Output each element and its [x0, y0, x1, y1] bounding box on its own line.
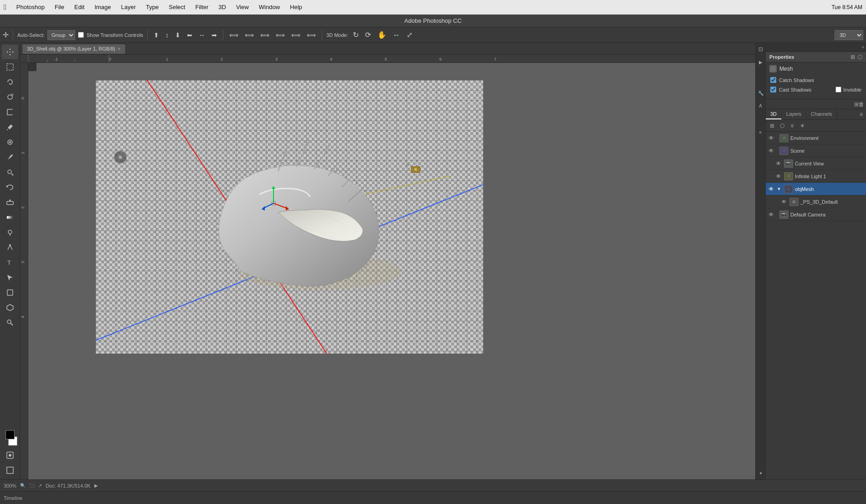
tool-lasso[interactable]: [2, 75, 18, 89]
properties-cube-icon[interactable]: ⬡: [858, 54, 862, 60]
layer-item-objmesh[interactable]: 👁 ▼ ⬡ objMesh: [766, 183, 866, 195]
tool-brush[interactable]: [2, 150, 18, 165]
menu-window[interactable]: Window: [257, 3, 282, 11]
props-icon-layers[interactable]: ⊡: [756, 45, 765, 54]
tool-crop[interactable]: [2, 105, 18, 119]
invisible-checkbox[interactable]: [835, 87, 841, 93]
align-top-btn[interactable]: ⬆: [152, 31, 161, 40]
3d-scale-btn[interactable]: ⤢: [405, 30, 414, 40]
tool-3d[interactable]: [2, 300, 18, 315]
tool-move[interactable]: [2, 45, 18, 59]
props-icon-actions[interactable]: ✦: [756, 468, 765, 478]
layer-eye-current-view[interactable]: 👁: [775, 160, 782, 167]
menu-edit[interactable]: Edit: [72, 3, 86, 11]
3d-rotate-btn[interactable]: ↻: [351, 30, 361, 40]
tab-channels[interactable]: Channels: [806, 109, 837, 119]
forward-btn[interactable]: ▶: [94, 483, 98, 488]
tool-eraser[interactable]: [2, 195, 18, 210]
layer-eye-environment[interactable]: 👁: [768, 135, 775, 141]
canvas-container[interactable]: ⌖ ⊞ ✳: [28, 63, 755, 479]
menu-view[interactable]: View: [234, 3, 251, 11]
3d-slide-btn[interactable]: ↔: [391, 30, 402, 40]
layer-item-ps3d-default[interactable]: 👁 ▦ _PS_3D_Default: [766, 195, 866, 208]
props-icon-para[interactable]: ≡: [756, 128, 765, 137]
tool-quick-mask[interactable]: [2, 448, 18, 463]
menu-type[interactable]: Type: [144, 3, 160, 11]
menu-file[interactable]: File: [53, 3, 66, 11]
tool-zoom[interactable]: [2, 315, 18, 330]
tool-screen-mode[interactable]: [2, 463, 18, 478]
layer-tool-cube[interactable]: ⬡: [778, 121, 787, 130]
menu-layer[interactable]: Layer: [119, 3, 138, 11]
apple-menu[interactable]: : [4, 3, 6, 11]
align-bottom-btn[interactable]: ⬇: [173, 31, 182, 40]
layer-tool-light[interactable]: ☀: [798, 121, 807, 130]
layer-eye-scene[interactable]: 👁: [768, 148, 775, 154]
dist-top-btn[interactable]: ⟺: [227, 31, 240, 40]
tool-dodge[interactable]: [2, 225, 18, 240]
menu-image[interactable]: Image: [93, 3, 113, 11]
tool-shape[interactable]: [2, 285, 18, 300]
tool-history-brush[interactable]: [2, 180, 18, 195]
menu-photoshop[interactable]: Photoshop: [15, 3, 46, 11]
canvas-document[interactable]: ⌖ ⊞ ✳: [96, 80, 483, 354]
align-right-btn[interactable]: ➡: [210, 31, 219, 40]
properties-collapse-btn[interactable]: «: [861, 45, 864, 50]
menu-select[interactable]: Select: [167, 3, 187, 11]
layer-item-scene[interactable]: 👁 ⬡ Scene: [766, 144, 866, 157]
props-icon-info[interactable]: 🔧: [756, 88, 765, 98]
layer-eye-default-camera[interactable]: 👁: [768, 211, 775, 218]
panel-delete-icon[interactable]: 🗑: [859, 101, 864, 108]
panel-menu-btn[interactable]: ≡: [858, 111, 864, 118]
dist-v-btn[interactable]: ⟺: [305, 31, 318, 40]
tool-gradient[interactable]: [2, 210, 18, 225]
props-icon-adjustments[interactable]: ▶: [756, 57, 765, 67]
dist-h-btn[interactable]: ⟺: [289, 31, 302, 40]
properties-box-icon[interactable]: ⊞: [851, 54, 855, 60]
layer-tool-layers[interactable]: ≡: [788, 121, 797, 130]
3d-roll-btn[interactable]: ⟳: [363, 30, 373, 40]
layer-item-default-camera[interactable]: 👁 📷 Default Camera: [766, 208, 866, 221]
3d-mode-select[interactable]: 3D: [835, 30, 863, 40]
tool-clone[interactable]: [2, 165, 18, 180]
tool-select-rect[interactable]: [2, 60, 18, 74]
panel-add-icon[interactable]: ⊞: [854, 101, 859, 108]
tool-text[interactable]: T: [2, 255, 18, 270]
menu-help[interactable]: Help: [288, 3, 304, 11]
layer-expand-objmesh[interactable]: ▼: [777, 186, 781, 191]
layer-eye-ps3d-default[interactable]: 👁: [780, 199, 788, 205]
tool-heal[interactable]: [2, 135, 18, 149]
tab-close-btn[interactable]: ✕: [117, 46, 121, 51]
layer-item-infinite-light1[interactable]: 👁 ☀ Infinite Light 1: [766, 170, 866, 183]
document-tab[interactable]: 3D_Shell.obj @ 300% (Layer 1, RGB/8) ✕: [22, 44, 126, 54]
show-transform-checkbox[interactable]: [78, 32, 84, 38]
align-mid-h-btn[interactable]: ↔: [197, 31, 207, 40]
timeline-label[interactable]: Timeline: [4, 495, 22, 501]
align-mid-v-btn[interactable]: ↕: [164, 31, 170, 40]
dist-bottom-btn[interactable]: ⟺: [243, 31, 256, 40]
layer-eye-infinite-light1[interactable]: 👁: [775, 173, 782, 180]
tool-quick-select[interactable]: [2, 90, 18, 104]
tab-layers[interactable]: Layers: [782, 109, 806, 119]
align-left-btn[interactable]: ⬅: [185, 31, 194, 40]
auto-select-dropdown[interactable]: Group Layer: [47, 30, 75, 40]
layer-eye-objmesh[interactable]: 👁: [768, 186, 775, 192]
tool-pen[interactable]: [2, 240, 18, 255]
layer-item-environment[interactable]: 👁 ⊛ Environment: [766, 132, 866, 144]
dist-left-btn[interactable]: ⟺: [258, 31, 271, 40]
properties-collapse-bar[interactable]: «: [766, 43, 866, 52]
tool-path-select[interactable]: [2, 270, 18, 285]
layer-item-current-view[interactable]: 👁 📷 Current View: [766, 157, 866, 170]
3d-pan-btn[interactable]: ✋: [376, 30, 388, 40]
catch-shadows-checkbox[interactable]: [770, 77, 776, 83]
tool-eyedropper[interactable]: [2, 120, 18, 134]
menu-filter[interactable]: Filter: [193, 3, 210, 11]
dist-right-btn[interactable]: ⟺: [274, 31, 287, 40]
compass-icon[interactable]: ✳: [114, 151, 127, 164]
foreground-color[interactable]: [5, 430, 15, 439]
layer-tool-grid[interactable]: ⊞: [768, 121, 777, 130]
cast-shadows-checkbox[interactable]: [770, 87, 776, 93]
menu-3d[interactable]: 3D: [216, 3, 228, 11]
tab-3d[interactable]: 3D: [766, 109, 782, 119]
props-icon-char[interactable]: A: [756, 101, 765, 110]
